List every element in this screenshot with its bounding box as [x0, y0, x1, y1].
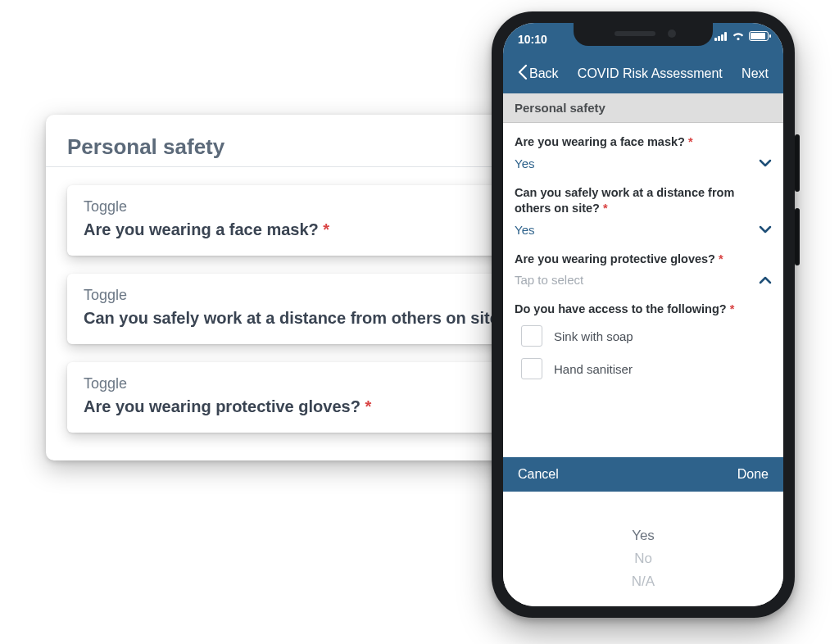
form-body: Are you wearing a face mask? * Yes Can y… — [503, 123, 783, 379]
field-type-label: Toggle — [84, 375, 533, 392]
checkbox-label: Hand sanitiser — [554, 362, 633, 376]
form-card[interactable]: Toggle Are you wearing protective gloves… — [67, 362, 549, 433]
checkbox-row[interactable]: Hand sanitiser — [521, 358, 772, 379]
field-question: Are you wearing a face mask? * — [84, 220, 533, 239]
field-type-label: Toggle — [84, 287, 533, 304]
required-asterisk: * — [719, 252, 723, 265]
required-asterisk: * — [323, 220, 329, 238]
back-button[interactable]: Back — [518, 65, 559, 83]
picker-wheel[interactable]: Yes No N/A — [503, 492, 783, 606]
form-field: Can you safely work at a distance from o… — [515, 185, 772, 237]
screen-title: COVID Risk Assessment — [578, 66, 723, 81]
cancel-button[interactable]: Cancel — [518, 467, 559, 482]
done-button[interactable]: Done — [737, 467, 769, 482]
chevron-up-icon — [759, 276, 772, 284]
phone-notch — [574, 23, 713, 46]
select-value: Yes — [515, 223, 534, 237]
form-field: Are you wearing protective gloves? * Tap… — [515, 252, 772, 288]
form-field-checklist: Do you have access to the following? * S… — [515, 302, 772, 379]
wifi-icon — [732, 31, 745, 41]
select-value: Yes — [515, 156, 534, 170]
field-label: Do you have access to the following? * — [515, 302, 772, 317]
field-question: Can you safely work at a distance from o… — [84, 309, 533, 328]
battery-icon — [749, 31, 769, 41]
select-input[interactable]: Yes — [515, 156, 772, 170]
form-field: Are you wearing a face mask? * Yes — [515, 134, 772, 170]
chevron-down-icon — [759, 225, 772, 234]
nav-bar: Back COVID Risk Assessment Next — [518, 54, 769, 93]
required-asterisk: * — [730, 302, 735, 315]
checkbox[interactable] — [521, 358, 542, 379]
required-asterisk: * — [365, 397, 371, 415]
picker-toolbar: Cancel Done — [503, 457, 783, 492]
section-header: Personal safety — [503, 93, 783, 123]
status-time: 10:10 — [518, 31, 547, 48]
field-label: Can you safely work at a distance from o… — [515, 185, 772, 216]
checkbox-label: Sink with soap — [554, 329, 633, 343]
picker-option[interactable]: Yes — [632, 528, 655, 544]
select-placeholder: Tap to select — [515, 273, 583, 287]
next-button[interactable]: Next — [741, 66, 769, 81]
checkbox[interactable] — [521, 325, 542, 347]
phone-screen: 10:10 Back COVID Risk Assessment — [503, 23, 783, 606]
select-input[interactable]: Yes — [515, 223, 772, 237]
field-type-label: Toggle — [84, 198, 533, 215]
chevron-left-icon — [518, 65, 528, 83]
required-asterisk: * — [688, 135, 693, 148]
phone-side-button — [795, 208, 800, 265]
phone-mockup: 10:10 Back COVID Risk Assessment — [492, 11, 795, 618]
form-card[interactable]: Toggle Can you safely work at a distance… — [67, 274, 549, 344]
chevron-down-icon — [759, 159, 772, 167]
required-asterisk: * — [603, 202, 608, 215]
picker-option[interactable]: No — [634, 551, 652, 567]
picker-sheet: Cancel Done Yes No N/A — [503, 457, 783, 606]
form-card[interactable]: Toggle Are you wearing a face mask? * — [67, 185, 549, 256]
signal-icon — [714, 32, 728, 41]
select-input[interactable]: Tap to select — [515, 273, 772, 287]
field-question: Are you wearing protective gloves? * — [84, 397, 533, 416]
field-label: Are you wearing a face mask? * — [515, 134, 772, 150]
field-label: Are you wearing protective gloves? * — [515, 252, 772, 267]
checkbox-row[interactable]: Sink with soap — [521, 325, 772, 347]
phone-side-button — [795, 134, 800, 192]
panel-title: Personal safety — [67, 134, 549, 160]
picker-option[interactable]: N/A — [632, 574, 655, 590]
